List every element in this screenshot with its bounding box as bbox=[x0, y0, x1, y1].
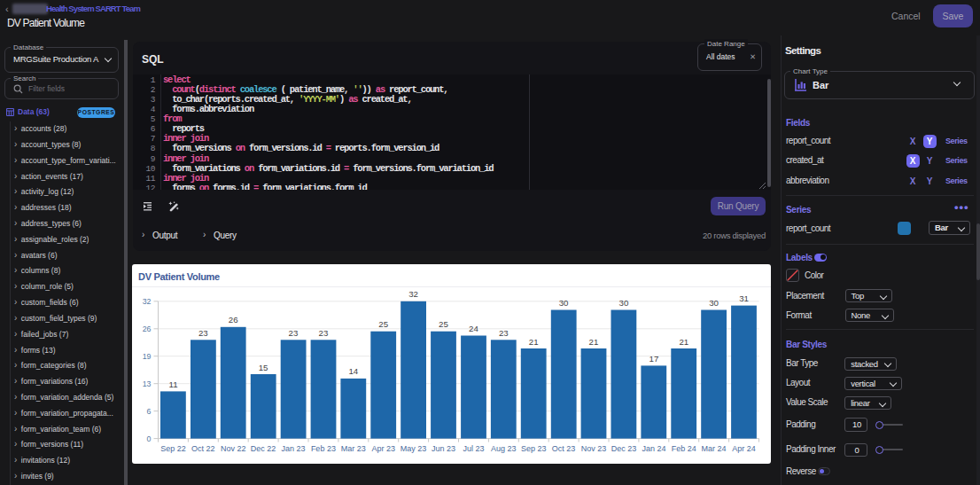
svg-text:Oct 23: Oct 23 bbox=[552, 444, 576, 453]
svg-text:23: 23 bbox=[319, 328, 329, 338]
svg-text:0: 0 bbox=[147, 434, 152, 443]
svg-text:32: 32 bbox=[408, 289, 418, 299]
svg-text:19: 19 bbox=[143, 352, 152, 361]
svg-text:6: 6 bbox=[147, 407, 152, 416]
svg-text:26: 26 bbox=[229, 315, 238, 325]
svg-text:23: 23 bbox=[198, 328, 208, 338]
svg-text:Jul 23: Jul 23 bbox=[463, 444, 484, 453]
svg-text:Nov 23: Nov 23 bbox=[581, 444, 607, 453]
svg-text:Jan 24: Jan 24 bbox=[642, 444, 665, 453]
svg-text:30: 30 bbox=[709, 298, 719, 308]
svg-text:23: 23 bbox=[499, 328, 509, 338]
svg-text:23: 23 bbox=[289, 328, 299, 338]
svg-text:26: 26 bbox=[143, 325, 152, 333]
svg-text:21: 21 bbox=[679, 337, 688, 347]
svg-text:21: 21 bbox=[589, 337, 599, 347]
svg-text:21: 21 bbox=[529, 337, 539, 347]
svg-text:15: 15 bbox=[259, 363, 268, 372]
svg-text:Mar 23: Mar 23 bbox=[341, 444, 366, 453]
svg-text:May 23: May 23 bbox=[401, 444, 427, 453]
svg-text:Apr 23: Apr 23 bbox=[371, 444, 395, 453]
svg-text:32: 32 bbox=[143, 297, 152, 306]
svg-text:30: 30 bbox=[559, 298, 569, 308]
svg-text:Sep 22: Sep 22 bbox=[160, 444, 186, 453]
svg-text:Jun 23: Jun 23 bbox=[432, 444, 455, 453]
svg-text:25: 25 bbox=[439, 319, 448, 329]
svg-text:Nov 22: Nov 22 bbox=[221, 444, 246, 453]
svg-text:Feb 24: Feb 24 bbox=[672, 444, 696, 453]
svg-text:31: 31 bbox=[739, 293, 749, 303]
svg-text:Dec 23: Dec 23 bbox=[611, 444, 637, 453]
svg-text:Apr 24: Apr 24 bbox=[732, 444, 756, 453]
svg-text:Feb 23: Feb 23 bbox=[311, 444, 336, 453]
svg-text:17: 17 bbox=[649, 354, 659, 364]
svg-text:Dec 22: Dec 22 bbox=[251, 444, 276, 453]
svg-text:11: 11 bbox=[168, 379, 177, 389]
svg-text:13: 13 bbox=[143, 379, 152, 388]
svg-text:Mar 24: Mar 24 bbox=[702, 444, 727, 453]
svg-text:Oct 22: Oct 22 bbox=[191, 444, 215, 453]
svg-text:Aug 23: Aug 23 bbox=[491, 444, 517, 453]
svg-text:25: 25 bbox=[378, 319, 388, 329]
svg-text:Jan 23: Jan 23 bbox=[281, 444, 305, 453]
svg-text:24: 24 bbox=[469, 324, 478, 333]
svg-text:30: 30 bbox=[619, 298, 629, 308]
svg-text:Sep 23: Sep 23 bbox=[521, 444, 547, 453]
svg-text:14: 14 bbox=[348, 366, 358, 376]
